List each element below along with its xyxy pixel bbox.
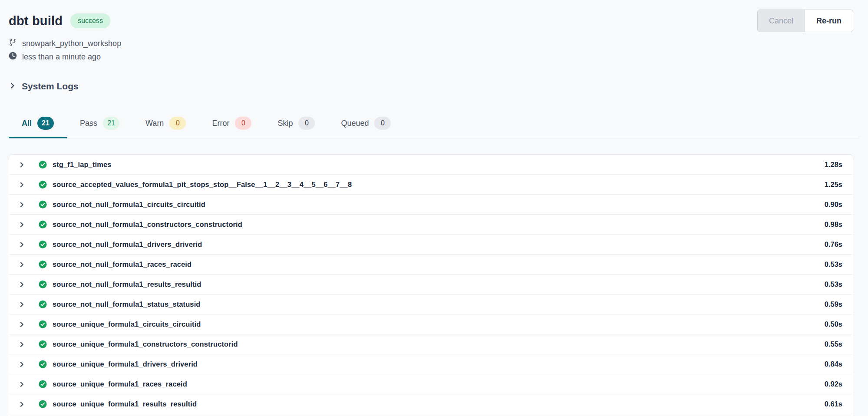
- result-row: source_unique_formula1_races_raceid 0.92…: [9, 374, 853, 394]
- tab-label: Warn: [145, 119, 164, 128]
- result-row: source_not_null_formula1_constructors_co…: [9, 215, 853, 235]
- branch-name: snowpark_python_workshop: [22, 39, 121, 48]
- result-name: source_not_null_formula1_constructors_co…: [53, 220, 825, 229]
- tab-label: All: [22, 119, 32, 128]
- tab-count-badge: 0: [298, 117, 315, 130]
- result-duration: 0.50s: [825, 320, 842, 328]
- tab-count-badge: 0: [235, 117, 251, 130]
- run-meta: snowpark_python_workshop less than a min…: [9, 38, 853, 62]
- result-name: source_not_null_formula1_circuits_circui…: [53, 200, 825, 209]
- result-name: source_unique_formula1_drivers_driverid: [53, 360, 825, 368]
- expand-chevron-icon[interactable]: [15, 338, 28, 351]
- expand-chevron-icon[interactable]: [15, 218, 28, 231]
- tab-warn[interactable]: Warn 0: [132, 112, 199, 138]
- result-duration: 0.98s: [825, 220, 842, 229]
- pass-check-icon: [39, 280, 47, 288]
- git-branch-icon: [9, 38, 17, 49]
- expand-chevron-icon[interactable]: [15, 278, 28, 291]
- result-name: stg_f1_lap_times: [53, 161, 825, 169]
- result-row: source_not_null_formula1_status_statusid…: [9, 295, 853, 314]
- system-logs-label: System Logs: [22, 81, 79, 92]
- result-name: source_not_null_formula1_races_raceid: [53, 260, 825, 269]
- time-ago-text: less than a minute ago: [22, 52, 101, 62]
- pass-check-icon: [39, 320, 47, 328]
- result-row: source_not_null_formula1_races_raceid 0.…: [9, 255, 853, 275]
- time-row: less than a minute ago: [9, 52, 853, 62]
- run-actions: Cancel Re-run: [757, 10, 853, 32]
- expand-chevron-icon[interactable]: [15, 298, 28, 311]
- result-duration: 1.28s: [825, 161, 842, 169]
- pass-check-icon: [39, 340, 47, 348]
- tab-error[interactable]: Error 0: [199, 112, 264, 138]
- expand-chevron-icon[interactable]: [15, 238, 28, 251]
- expand-chevron-icon[interactable]: [15, 198, 28, 211]
- result-name: source_unique_formula1_circuits_circuiti…: [53, 320, 825, 328]
- result-row: source_not_null_formula1_results_resulti…: [9, 275, 853, 295]
- pass-check-icon: [39, 180, 47, 189]
- result-duration: 0.55s: [825, 340, 842, 348]
- result-duration: 0.59s: [825, 300, 842, 308]
- tab-queued[interactable]: Queued 0: [328, 112, 404, 138]
- status-tabs: All 21 Pass 21 Warn 0 Error 0: [9, 112, 859, 138]
- result-duration: 0.53s: [825, 260, 842, 269]
- pass-check-icon: [39, 400, 47, 408]
- result-row: source_not_null_formula1_drivers_driveri…: [9, 235, 853, 255]
- tab-skip[interactable]: Skip 0: [264, 112, 328, 138]
- result-row: source_unique_formula1_results_resultid …: [9, 394, 853, 414]
- pass-check-icon: [39, 200, 47, 209]
- pass-check-icon: [39, 260, 47, 269]
- chevron-right-icon: [9, 81, 16, 92]
- result-duration: 0.76s: [825, 240, 842, 249]
- tab-label: Queued: [341, 119, 369, 128]
- pass-check-icon: [39, 380, 47, 388]
- result-duration: 0.90s: [825, 200, 842, 209]
- result-name: source_not_null_formula1_drivers_driveri…: [53, 240, 825, 249]
- tab-label: Skip: [277, 119, 293, 128]
- result-duration: 0.53s: [825, 280, 842, 288]
- result-name: source_accepted_values_formula1_pit_stop…: [53, 180, 825, 189]
- rerun-button[interactable]: Re-run: [805, 10, 853, 32]
- result-name: source_not_null_formula1_status_statusid: [53, 300, 825, 308]
- pass-check-icon: [39, 360, 47, 368]
- pass-check-icon: [39, 161, 47, 169]
- branch-row: snowpark_python_workshop: [9, 38, 853, 49]
- result-row: source_unique_formula1_circuits_circuiti…: [9, 314, 853, 334]
- status-tabs-bar: All 21 Pass 21 Warn 0 Error 0: [9, 112, 859, 138]
- result-duration: 1.25s: [825, 180, 842, 189]
- tab-count-badge: 21: [37, 117, 54, 130]
- result-duration: 0.61s: [825, 400, 842, 408]
- run-header: dbt build success Cancel Re-run snowpark…: [0, 0, 868, 92]
- result-duration: 0.84s: [825, 360, 842, 368]
- expand-chevron-icon[interactable]: [15, 378, 28, 391]
- tab-count-badge: 0: [169, 117, 186, 130]
- result-row: source_unique_formula1_constructors_cons…: [9, 334, 853, 354]
- expand-chevron-icon[interactable]: [15, 258, 28, 271]
- result-name: source_unique_formula1_results_resultid: [53, 400, 825, 408]
- result-name: source_not_null_formula1_results_resulti…: [53, 280, 825, 288]
- run-detail-page: dbt build success Cancel Re-run snowpark…: [0, 0, 868, 416]
- expand-chevron-icon[interactable]: [15, 158, 28, 171]
- expand-chevron-icon[interactable]: [15, 358, 28, 371]
- tab-pass[interactable]: Pass 21: [67, 112, 132, 138]
- system-logs-toggle[interactable]: System Logs: [9, 81, 79, 92]
- tab-count-badge: 21: [103, 117, 119, 130]
- tab-count-badge: 0: [374, 117, 391, 130]
- tab-label: Pass: [80, 119, 97, 128]
- result-row: source_accepted_values_formula1_pit_stop…: [9, 175, 853, 195]
- result-name: source_unique_formula1_races_raceid: [53, 380, 825, 388]
- tab-label: Error: [212, 119, 229, 128]
- status-badge: success: [70, 13, 110, 28]
- expand-chevron-icon[interactable]: [15, 398, 28, 411]
- pass-check-icon: [39, 300, 47, 308]
- page-title: dbt build: [9, 14, 63, 28]
- tab-all[interactable]: All 21: [9, 112, 67, 138]
- result-row: source_not_null_formula1_circuits_circui…: [9, 195, 853, 215]
- result-name: source_unique_formula1_constructors_cons…: [53, 340, 825, 348]
- clock-icon: [9, 52, 17, 62]
- result-row: source_unique_formula1_drivers_driverid …: [9, 354, 853, 374]
- cancel-button[interactable]: Cancel: [758, 10, 805, 32]
- pass-check-icon: [39, 240, 47, 249]
- expand-chevron-icon[interactable]: [15, 318, 28, 331]
- pass-check-icon: [39, 220, 47, 229]
- expand-chevron-icon[interactable]: [15, 178, 28, 191]
